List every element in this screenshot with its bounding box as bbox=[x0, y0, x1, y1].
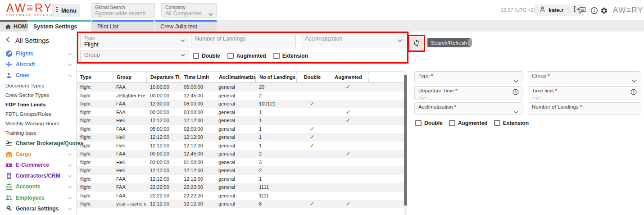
sidebar-item-fdtl-groups-rules[interactable]: FDTL Groups/Rules bbox=[0, 110, 76, 119]
back-chevron-icon[interactable] bbox=[6, 37, 10, 44]
table-cell bbox=[328, 158, 368, 167]
sidebar-item-general-settings[interactable]: General Settings bbox=[0, 203, 76, 214]
table-row[interactable]: flightFAA10:00:0005:00:00general20✓ bbox=[77, 83, 404, 91]
clock-icon[interactable] bbox=[630, 89, 637, 97]
table-row[interactable]: flightHeli12:12:0012:12:00general1✓ bbox=[77, 133, 404, 142]
table-row[interactable]: flightHeli03:00:0001:00:00general3 bbox=[77, 158, 404, 167]
form-augmented-checkbox[interactable]: Augmented bbox=[449, 120, 488, 126]
table-cell: 03:00:00 bbox=[146, 158, 180, 167]
sidebar-item-document-types[interactable]: Document Types bbox=[0, 81, 76, 91]
table-cell: flight bbox=[77, 91, 113, 100]
sidebar-item-crew[interactable]: Crew bbox=[0, 70, 76, 81]
info-icon[interactable] bbox=[590, 6, 599, 15]
global-search-input[interactable]: Global Search System-wide search bbox=[91, 3, 155, 18]
table-row[interactable]: flightHeli12:12:0012:12:00general2 bbox=[77, 166, 404, 175]
table-row[interactable]: flightJetfighter Fre...00:00:0012:45:00g… bbox=[77, 91, 404, 100]
sidebar-item-aircraft[interactable]: Aircraft bbox=[0, 59, 76, 70]
table-cell: 1 bbox=[255, 125, 296, 133]
column-header-group[interactable]: Group bbox=[113, 72, 146, 82]
table-row[interactable]: flightFAA00:30:0003:00:00general1✓ bbox=[77, 108, 404, 117]
username: kate.r bbox=[549, 7, 563, 14]
check-icon: ✓ bbox=[296, 133, 328, 142]
table-scrollbar-thumb[interactable] bbox=[404, 75, 407, 206]
sidebar-item-monthly-working-hours[interactable]: Monthly Working Hours bbox=[0, 119, 76, 128]
table-cell: 20 bbox=[255, 83, 296, 91]
checkbox-box[interactable] bbox=[449, 120, 455, 126]
column-header-departure-time[interactable]: Departure Time bbox=[146, 72, 180, 82]
table-cell: flight bbox=[77, 192, 113, 200]
form-double-checkbox[interactable]: Double bbox=[415, 120, 443, 126]
sidebar-item-flights[interactable]: Flights bbox=[0, 48, 76, 59]
chat-icon[interactable] bbox=[578, 6, 587, 15]
form-time-limit-input[interactable]: Time limit* --:-- bbox=[528, 86, 640, 100]
table-row[interactable]: flightFAA12:12:0012:12:00general1 bbox=[77, 175, 404, 183]
sidebar-item-label: Charter Brokerage/Quotes bbox=[16, 140, 83, 146]
form-departure-time-input[interactable]: Departure Time* --:-- bbox=[414, 86, 522, 100]
column-header-augmented[interactable]: Augmented bbox=[328, 72, 368, 82]
checkbox-box[interactable] bbox=[415, 120, 422, 126]
sidebar-item-employees[interactable]: Employees bbox=[0, 192, 76, 203]
sidebar-item-cargo[interactable]: Cargo bbox=[0, 149, 76, 160]
sidebar-item-e-commerce[interactable]: E-Commerce bbox=[0, 160, 76, 170]
column-header-time-limit[interactable]: Time Limit bbox=[180, 72, 215, 82]
sidebar-item-crew-sector-types[interactable]: Crew Sector Types bbox=[0, 91, 76, 100]
table-row[interactable]: flightyear - same o...12:12:0012:12:00ge… bbox=[77, 200, 404, 208]
gear-icon[interactable] bbox=[599, 6, 608, 15]
table-row[interactable]: flightFAA05:00:0002:00:00general1✓ bbox=[77, 125, 404, 133]
clock-icon[interactable] bbox=[512, 89, 519, 97]
form-group-select[interactable]: Group* bbox=[528, 71, 640, 83]
sidebar-item-training-base[interactable]: Training base bbox=[0, 128, 76, 138]
tab-label: HOME bbox=[14, 23, 27, 30]
table-cell bbox=[368, 166, 404, 175]
table-cell bbox=[368, 116, 404, 125]
sidebar-item-charter-brokerage-quotes[interactable]: Charter Brokerage/Quotes bbox=[0, 138, 76, 149]
menu-button[interactable]: Menu bbox=[52, 4, 80, 17]
tab-crew-julia-test[interactable]: Crew Julia test bbox=[155, 20, 217, 32]
table-row[interactable]: flightHeli12:12:0012:12:00general1✓ bbox=[77, 116, 404, 125]
sidebar-item-contractors-crm[interactable]: Contractors/CRM bbox=[0, 170, 76, 181]
divider bbox=[568, 7, 568, 14]
table-cell: 22:22:00 bbox=[146, 183, 180, 192]
form-checkboxes: DoubleAugmentedExtension bbox=[415, 120, 529, 126]
form-acclimatization-label: Acclimatization bbox=[418, 104, 453, 110]
table-cell: 05:00:00 bbox=[180, 83, 215, 91]
column-header-no-of-landings[interactable]: No of Landings bbox=[255, 72, 296, 82]
form-landings-input[interactable]: Number of Landings* bbox=[528, 102, 640, 115]
tab-system-settings[interactable]: System Settings bbox=[28, 20, 91, 32]
required-mark: * bbox=[431, 73, 433, 78]
column-header-acclimatimatization[interactable]: Acclimatimatization bbox=[215, 72, 255, 82]
table-row[interactable]: flightFAA22:22:0022:22:00general1111 bbox=[77, 192, 404, 200]
table-cell: flight bbox=[77, 183, 113, 192]
table-cell: 12:12:00 bbox=[180, 175, 215, 183]
checkbox-box[interactable] bbox=[494, 120, 500, 126]
table-cell bbox=[368, 125, 404, 133]
table-row[interactable]: flightHeli12:12:0012:12:00general1✓ bbox=[77, 142, 404, 150]
sidebar-item-accounts[interactable]: Accounts bbox=[0, 181, 76, 192]
table-cell: flight bbox=[77, 142, 113, 150]
sidebar-item-fdp-time-limits[interactable]: FDP Time Limits bbox=[0, 100, 76, 110]
table-row[interactable]: flightFAA12:30:0008:00:00general100121✓ bbox=[77, 100, 404, 108]
user-menu[interactable]: kate.r bbox=[535, 4, 584, 16]
table-cell: 10:00:00 bbox=[146, 83, 180, 91]
check-icon: ✓ bbox=[296, 142, 328, 150]
table-cell: 01:00:00 bbox=[180, 158, 215, 167]
table-cell bbox=[296, 116, 328, 125]
table-cell: 12:12:00 bbox=[146, 166, 180, 175]
form-type-select[interactable]: Type* bbox=[414, 71, 522, 83]
chevron-down-icon bbox=[68, 61, 72, 68]
check-icon: ✓ bbox=[328, 200, 368, 208]
table-row[interactable]: flightFAA22:22:0022:22:00general1111 bbox=[77, 183, 404, 192]
column-header-double[interactable]: Double bbox=[296, 72, 328, 82]
tab-home[interactable]: HOME bbox=[0, 20, 27, 32]
table-cell: FAA bbox=[113, 100, 146, 108]
column-header-type[interactable]: Type bbox=[77, 72, 113, 82]
check-icon: ✓ bbox=[328, 150, 368, 158]
form-extension-checkbox[interactable]: Extension bbox=[494, 120, 529, 126]
company-select[interactable]: Company All Companies bbox=[161, 3, 217, 18]
form-acclimatization-select[interactable]: Acclimatization* bbox=[414, 102, 522, 115]
table-cell: 00:00:00 bbox=[146, 91, 180, 100]
table-cell bbox=[368, 183, 404, 192]
table-row[interactable]: flightFAA00:00:0012:45:00general2✓ bbox=[77, 150, 404, 158]
tab-pilot-list[interactable]: Pilot List bbox=[92, 20, 154, 32]
table-cell: 3 bbox=[255, 158, 296, 167]
